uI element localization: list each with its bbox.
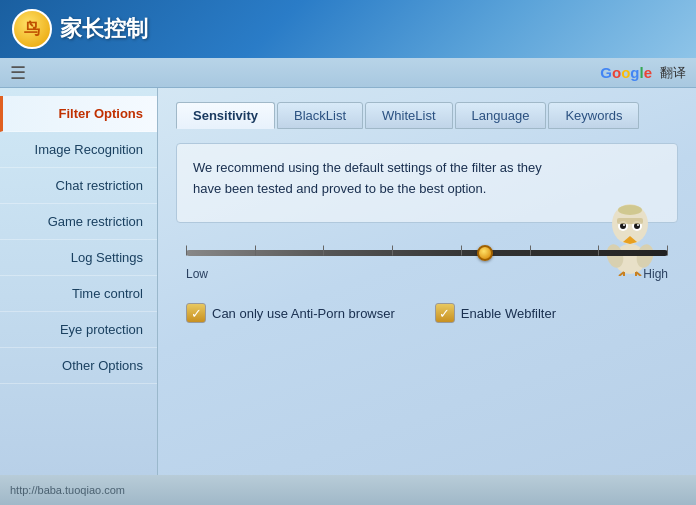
- hamburger-icon[interactable]: ☰: [10, 62, 26, 84]
- bird-mascot: [599, 204, 659, 274]
- sidebar-item-time-control[interactable]: Time control: [0, 276, 157, 312]
- slider-tick-7: [598, 246, 599, 256]
- tab-sensitivity[interactable]: Sensitivity: [176, 102, 275, 129]
- slider-ticks: [186, 251, 668, 256]
- sidebar-item-game-restriction[interactable]: Game restriction: [0, 204, 157, 240]
- status-bar: http://baba.tuoqiao.com: [0, 475, 696, 505]
- anti-porn-label: Can only use Anti-Porn browser: [212, 306, 395, 321]
- sidebar: Filter Options Image Recognition Chat re…: [0, 88, 158, 475]
- svg-rect-8: [617, 218, 643, 224]
- sidebar-item-log-settings[interactable]: Log Settings: [0, 240, 157, 276]
- logo-area: 鸟 家长控制: [12, 9, 148, 49]
- slider-tick-8: [667, 246, 668, 256]
- sidebar-item-eye-protection[interactable]: Eye protection: [0, 312, 157, 348]
- checkboxes-row: ✓ Can only use Anti-Porn browser ✓ Enabl…: [176, 303, 678, 323]
- slider-tick-2: [255, 246, 256, 256]
- slider-labels: Low High: [186, 267, 668, 281]
- slider-tick-6: [530, 246, 531, 256]
- content-description: We recommend using the default settings …: [193, 158, 573, 200]
- svg-point-6: [623, 224, 625, 226]
- slider-tick-1: [186, 246, 187, 256]
- sidebar-item-filter-options[interactable]: Filter Options: [0, 96, 157, 132]
- google-logo: Google: [600, 64, 652, 81]
- header: 鸟 家长控制: [0, 0, 696, 58]
- tab-whitelist[interactable]: WhiteList: [365, 102, 452, 129]
- slider-tick-4: [392, 246, 393, 256]
- checkbox-webfilter[interactable]: ✓ Enable Webfilter: [435, 303, 556, 323]
- checkbox-anti-porn[interactable]: ✓ Can only use Anti-Porn browser: [186, 303, 395, 323]
- svg-point-7: [637, 224, 639, 226]
- toolbar-translate-label: 翻译: [660, 64, 686, 82]
- svg-point-9: [618, 205, 642, 215]
- tab-keywords[interactable]: Keywords: [548, 102, 639, 129]
- slider-thumb[interactable]: [477, 245, 493, 261]
- toolbar: ☰ Google 翻译: [0, 58, 696, 88]
- tab-language[interactable]: Language: [455, 102, 547, 129]
- right-panel: Sensitivity BlackList WhiteList Language…: [158, 88, 696, 475]
- sidebar-item-other-options[interactable]: Other Options: [0, 348, 157, 384]
- slider-track-wrapper: [186, 243, 668, 263]
- sidebar-item-chat-restriction[interactable]: Chat restriction: [0, 168, 157, 204]
- tab-blacklist[interactable]: BlackList: [277, 102, 363, 129]
- sidebar-item-image-recognition[interactable]: Image Recognition: [0, 132, 157, 168]
- slider-tick-3: [323, 246, 324, 256]
- status-url: http://baba.tuoqiao.com: [10, 484, 686, 496]
- anti-porn-checkbox-icon: ✓: [186, 303, 206, 323]
- logo-icon: 鸟: [12, 9, 52, 49]
- google-translate-area: Google 翻译: [600, 64, 686, 82]
- app-title-cn: 家长控制: [60, 14, 148, 44]
- webfilter-checkbox-icon: ✓: [435, 303, 455, 323]
- tabs-bar: Sensitivity BlackList WhiteList Language…: [176, 102, 678, 129]
- slider-tick-5: [461, 246, 462, 256]
- content-description-box: We recommend using the default settings …: [176, 143, 678, 223]
- main-content: Filter Options Image Recognition Chat re…: [0, 88, 696, 475]
- slider-low-label: Low: [186, 267, 208, 281]
- webfilter-label: Enable Webfilter: [461, 306, 556, 321]
